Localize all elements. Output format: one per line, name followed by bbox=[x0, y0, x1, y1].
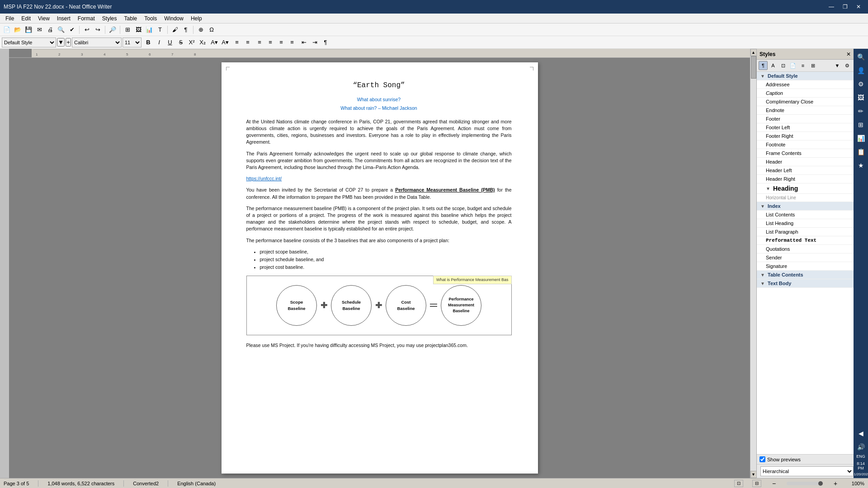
font-color-button[interactable]: A▾ bbox=[220, 38, 230, 47]
menu-insert[interactable]: Insert bbox=[53, 14, 74, 23]
ri-docs-button[interactable]: 📋 bbox=[854, 145, 867, 158]
style-item-list-contents[interactable]: List Contents bbox=[757, 211, 854, 219]
underline-button[interactable]: U bbox=[165, 38, 175, 47]
style-item-footnote[interactable]: Footnote bbox=[757, 141, 854, 149]
bold-button[interactable]: B bbox=[143, 38, 153, 47]
style-item-header-left[interactable]: Header Left bbox=[757, 166, 854, 175]
align-center-button[interactable]: ≡ bbox=[265, 38, 275, 47]
list-styles-button[interactable]: ≡ bbox=[798, 61, 807, 70]
view-normal-button[interactable]: ⊡ bbox=[734, 480, 743, 487]
scroll-up-button[interactable]: ▲ bbox=[750, 49, 757, 56]
style-item-caption[interactable]: Caption bbox=[757, 89, 854, 98]
list-bullet-button[interactable]: ≡ bbox=[232, 38, 242, 47]
styles-menu-button[interactable]: ▼ bbox=[833, 61, 842, 70]
text-box-button[interactable]: T bbox=[155, 25, 165, 35]
paragraph-button[interactable]: ¶ bbox=[321, 38, 330, 47]
close-button[interactable]: ✕ bbox=[853, 2, 864, 11]
show-previews-label[interactable]: Show previews bbox=[767, 457, 801, 462]
style-manage-button[interactable]: ▼ bbox=[57, 38, 65, 47]
ri-arrow-left-button[interactable]: ◀ bbox=[854, 427, 867, 440]
menu-format[interactable]: Format bbox=[74, 14, 99, 23]
style-item-default[interactable]: ▼ Default Style bbox=[757, 72, 854, 80]
ri-star-button[interactable]: ★ bbox=[854, 159, 867, 172]
format-paint-button[interactable]: 🖌 bbox=[170, 25, 180, 35]
ri-edit-button[interactable]: ✏ bbox=[854, 105, 867, 117]
scroll-thumb[interactable] bbox=[751, 56, 756, 79]
highlight-button[interactable]: A▾ bbox=[209, 38, 219, 47]
styles-dropdown[interactable]: Hierarchical bbox=[760, 466, 854, 476]
menu-styles[interactable]: Styles bbox=[99, 14, 121, 23]
ri-table-button[interactable]: ⊞ bbox=[854, 118, 867, 131]
style-item-footer-right[interactable]: Footer Right bbox=[757, 132, 854, 141]
character-styles-button[interactable]: A bbox=[769, 61, 778, 70]
styles-close-button[interactable]: ✕ bbox=[846, 51, 851, 57]
align-justify-button[interactable]: ≡ bbox=[287, 38, 297, 47]
style-item-complimentary[interactable]: Complimentary Close bbox=[757, 98, 854, 106]
style-item-list-paragraph[interactable]: List Paragraph bbox=[757, 228, 854, 236]
style-item-heading[interactable]: ▼ Heading bbox=[757, 183, 854, 194]
paragraph-styles-button[interactable]: ¶ bbox=[759, 61, 768, 70]
style-item-addressee[interactable]: Addressee bbox=[757, 80, 854, 89]
page-styles-button[interactable]: 📄 bbox=[788, 61, 797, 70]
style-item-header-right[interactable]: Header Right bbox=[757, 175, 854, 183]
zoom-out-button[interactable]: − bbox=[770, 480, 778, 487]
ri-search-button[interactable]: 🔍 bbox=[854, 51, 867, 63]
zoom-button[interactable]: ⊕ bbox=[196, 25, 206, 35]
ri-image-button[interactable]: 🖼 bbox=[854, 91, 867, 104]
style-item-preformatted[interactable]: Preformatted Text bbox=[757, 236, 854, 245]
style-item-table-contents[interactable]: ▼ Table Contents bbox=[757, 271, 854, 279]
list-number-button[interactable]: ≡ bbox=[243, 38, 253, 47]
size-selector[interactable]: 11 bbox=[123, 38, 142, 47]
indent-dec-button[interactable]: ⇤ bbox=[299, 38, 309, 47]
minimize-button[interactable]: — bbox=[826, 2, 837, 11]
style-item-frame-contents[interactable]: Frame Contents bbox=[757, 149, 854, 158]
open-button[interactable]: 📂 bbox=[13, 25, 23, 35]
nonprint-chars-button[interactable]: ¶ bbox=[181, 25, 191, 35]
style-item-index[interactable]: ▼ Index bbox=[757, 202, 854, 211]
unfccc-link[interactable]: https://unfccc.int/ bbox=[246, 176, 282, 181]
menu-help[interactable]: Help bbox=[187, 14, 206, 23]
zoom-slider[interactable] bbox=[787, 482, 823, 485]
align-right-button[interactable]: ≡ bbox=[276, 38, 286, 47]
menu-file[interactable]: File bbox=[2, 14, 18, 23]
style-new-button[interactable]: + bbox=[66, 38, 71, 47]
insert-table-button[interactable]: ⊞ bbox=[123, 25, 132, 35]
spellcheck-button[interactable]: ✔ bbox=[67, 25, 77, 35]
redo-button[interactable]: ↪ bbox=[93, 25, 103, 35]
menu-tools[interactable]: Tools bbox=[141, 14, 160, 23]
menu-window[interactable]: Window bbox=[160, 14, 187, 23]
print-preview-button[interactable]: 🔍 bbox=[56, 25, 66, 35]
align-left-button[interactable]: ≡ bbox=[255, 38, 264, 47]
style-item-signature[interactable]: Signature bbox=[757, 262, 854, 271]
ri-profile-button[interactable]: 👤 bbox=[854, 64, 867, 77]
view-web-button[interactable]: ⊟ bbox=[752, 480, 761, 487]
style-item-footer[interactable]: Footer bbox=[757, 115, 854, 123]
print-button[interactable]: 🖨 bbox=[45, 25, 55, 35]
zoom-in-button[interactable]: + bbox=[832, 480, 839, 487]
style-selector[interactable]: Default Style bbox=[2, 38, 56, 47]
style-item-text-body[interactable]: ▼ Text Body bbox=[757, 279, 854, 288]
menu-table[interactable]: Table bbox=[121, 14, 141, 23]
style-item-list-heading[interactable]: List Heading bbox=[757, 219, 854, 228]
style-item-footer-left[interactable]: Footer Left bbox=[757, 123, 854, 132]
subscript-button[interactable]: X₂ bbox=[198, 38, 208, 47]
find-button[interactable]: 🔎 bbox=[108, 25, 118, 35]
font-selector[interactable]: Calibri bbox=[72, 38, 122, 47]
menu-edit[interactable]: Edit bbox=[18, 14, 34, 23]
indent-inc-button[interactable]: ⇥ bbox=[310, 38, 320, 47]
style-item-sender[interactable]: Sender bbox=[757, 253, 854, 262]
maximize-button[interactable]: ❐ bbox=[839, 2, 851, 11]
ri-chart-button[interactable]: 📊 bbox=[854, 132, 867, 145]
style-item-header[interactable]: Header bbox=[757, 158, 854, 166]
ri-settings-button[interactable]: ⚙ bbox=[854, 78, 867, 90]
show-previews-checkbox[interactable] bbox=[760, 456, 765, 462]
vertical-scrollbar[interactable]: ▲ ▼ bbox=[750, 49, 756, 478]
frame-styles-button[interactable]: ⊡ bbox=[778, 61, 788, 70]
insert-chart-button[interactable]: 📊 bbox=[144, 25, 154, 35]
ri-volume-button[interactable]: 🔊 bbox=[854, 441, 867, 453]
special-char-button[interactable]: Ω bbox=[207, 25, 217, 35]
style-item-horizontal-line[interactable]: Horizontal Line bbox=[757, 194, 854, 202]
strikethrough-button[interactable]: S̶ bbox=[176, 38, 186, 47]
insert-image-button[interactable]: 🖼 bbox=[133, 25, 143, 35]
undo-button[interactable]: ↩ bbox=[82, 25, 92, 35]
